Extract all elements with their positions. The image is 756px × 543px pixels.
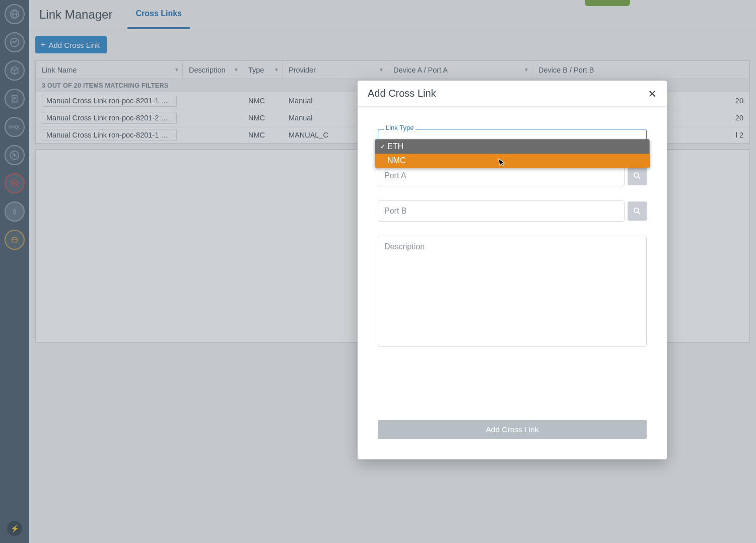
add-cross-link-button[interactable]: + Add Cross Link bbox=[35, 36, 107, 53]
filter-caret-icon[interactable]: ▼ bbox=[524, 67, 529, 73]
option-eth[interactable]: ✓ ETH bbox=[375, 140, 649, 154]
svg-point-6 bbox=[12, 237, 17, 240]
cube-icon[interactable] bbox=[5, 60, 25, 81]
toolbar: + Add Cross Link bbox=[29, 29, 756, 60]
health-icon[interactable] bbox=[5, 173, 25, 193]
check-icon: ✓ bbox=[380, 143, 387, 150]
port-b-row: Port B bbox=[378, 200, 647, 222]
link-mgr-icon[interactable] bbox=[5, 201, 25, 222]
grid-header: Link Name▼ Description▼ Type▼ Provider▼ … bbox=[36, 61, 749, 79]
option-nmc[interactable]: NMC bbox=[375, 154, 649, 168]
svg-point-8 bbox=[634, 208, 639, 213]
col-device-b[interactable]: Device B / Port B bbox=[532, 61, 749, 79]
tab-cross-links[interactable]: Cross Links bbox=[127, 0, 190, 29]
filter-caret-icon[interactable]: ▼ bbox=[379, 67, 384, 73]
col-link-name[interactable]: Link Name▼ bbox=[36, 61, 183, 79]
add-cross-link-button-label: Add Cross Link bbox=[49, 41, 100, 49]
col-description[interactable]: Description▼ bbox=[183, 61, 242, 79]
add-cross-link-dialog: Add Cross Link Link Type ✓ ETH NMC bbox=[358, 81, 667, 459]
submit-button[interactable]: Add Cross Link bbox=[378, 420, 647, 439]
dialog-title: Add Cross Link bbox=[368, 88, 436, 99]
chart-icon[interactable] bbox=[5, 32, 25, 52]
doc-icon[interactable] bbox=[5, 89, 25, 109]
port-a-input[interactable]: Port A bbox=[378, 165, 625, 186]
description-input[interactable]: Description bbox=[378, 236, 647, 347]
topbar: Link Manager Cross Links bbox=[29, 0, 756, 29]
link-type-label: Link Type bbox=[384, 124, 416, 131]
sidebar: SHQL ⚡ bbox=[0, 0, 29, 543]
col-type[interactable]: Type▼ bbox=[242, 61, 283, 79]
link-type-dropdown: ✓ ETH NMC bbox=[375, 139, 650, 168]
add-node-icon[interactable] bbox=[5, 145, 25, 165]
globe-icon[interactable] bbox=[5, 4, 25, 24]
port-b-search-button[interactable] bbox=[628, 201, 647, 221]
token-icon[interactable] bbox=[5, 230, 25, 250]
port-b-input[interactable]: Port B bbox=[378, 200, 625, 222]
svg-point-7 bbox=[634, 173, 639, 177]
filter-caret-icon[interactable]: ▼ bbox=[174, 67, 179, 73]
page-title: Link Manager bbox=[39, 8, 112, 22]
main: Link Manager Cross Links + Add Cross Lin… bbox=[29, 0, 756, 543]
power-icon[interactable]: ⚡ bbox=[7, 521, 22, 536]
shql-icon[interactable]: SHQL bbox=[5, 117, 25, 137]
col-provider[interactable]: Provider▼ bbox=[283, 61, 387, 79]
filter-caret-icon[interactable]: ▼ bbox=[274, 67, 279, 73]
filter-caret-icon[interactable]: ▼ bbox=[234, 67, 239, 73]
port-a-search-button[interactable] bbox=[628, 166, 647, 185]
close-button[interactable] bbox=[648, 89, 657, 98]
plus-icon: + bbox=[40, 40, 46, 49]
tabs: Cross Links bbox=[127, 0, 190, 29]
col-device-a[interactable]: Device A / Port A▼ bbox=[387, 61, 532, 79]
link-type-field: Link Type ✓ ETH NMC bbox=[378, 129, 647, 151]
port-a-row: Port A bbox=[378, 165, 647, 186]
